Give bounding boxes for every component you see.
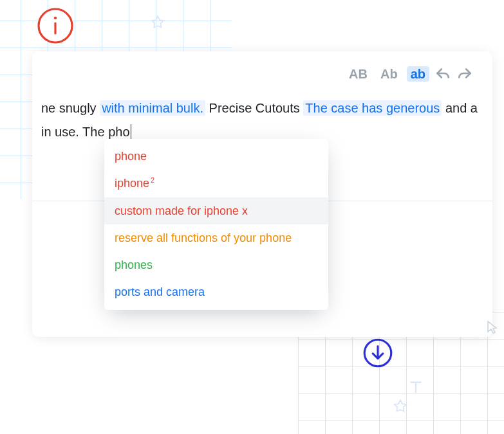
text-fragment: ne snugly — [41, 101, 100, 115]
download-arrow-icon — [361, 336, 395, 370]
suggestion-item[interactable]: ports and camera — [104, 278, 328, 305]
suggestion-item[interactable]: custom made for iphone x — [104, 197, 328, 224]
case-title-button[interactable]: Ab — [377, 66, 402, 82]
suggestion-item[interactable]: reserve all functions of your phone — [104, 224, 328, 251]
suggestion-popover: phoneiphone2custom made for iphone xrese… — [104, 139, 328, 310]
suggestion-item[interactable]: iphone2 — [104, 170, 328, 197]
text-caret — [131, 124, 131, 139]
star-icon — [149, 14, 166, 31]
suggestion-badge: 2 — [151, 176, 154, 184]
suggestion-item[interactable]: phones — [104, 251, 328, 278]
svg-point-1 — [54, 17, 57, 19]
editor-content[interactable]: ne snugly with minimal bulk. Precise Cut… — [32, 90, 492, 144]
text-fragment: Precise Cutouts — [209, 101, 304, 115]
suggestion-item[interactable]: phone — [104, 143, 328, 170]
text-tool-icon — [406, 377, 425, 397]
cursor-icon — [486, 320, 499, 334]
case-toolbar: AB Ab ab — [32, 66, 492, 90]
case-lower-button[interactable]: ab — [407, 66, 429, 82]
redo-button[interactable] — [456, 66, 473, 82]
case-upper-button[interactable]: AB — [345, 66, 371, 82]
star-icon — [392, 398, 409, 415]
highlighted-match: with minimal bulk. — [100, 100, 205, 116]
text-fragment: and a — [445, 101, 478, 115]
highlighted-match: The case has generous — [303, 100, 442, 116]
undo-button[interactable] — [434, 66, 451, 82]
text-fragment: in use. The pho — [41, 125, 130, 139]
info-icon — [36, 6, 75, 45]
